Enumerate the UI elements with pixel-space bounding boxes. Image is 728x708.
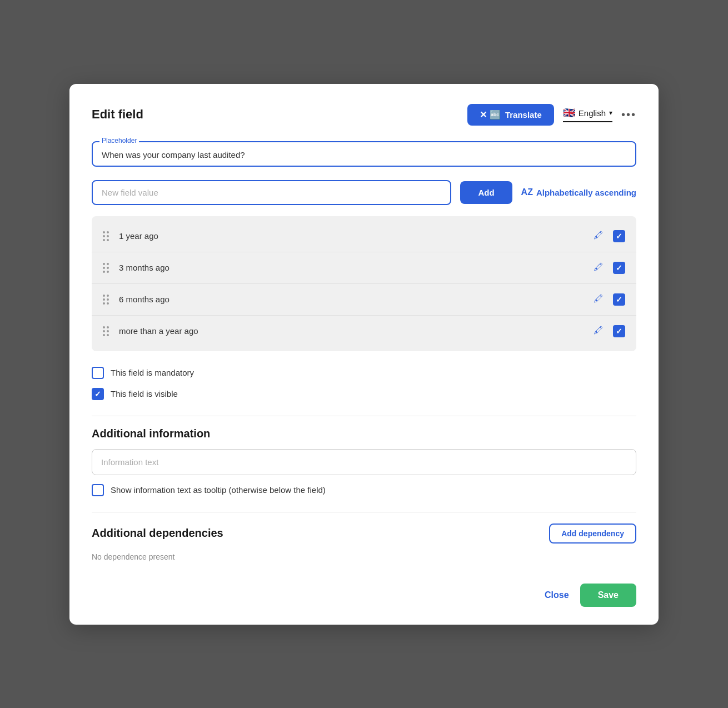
item-actions: ✓ <box>592 292 625 307</box>
drag-handle[interactable] <box>103 295 109 305</box>
checkboxes-section: This field is mandatory ✓ This field is … <box>92 367 636 400</box>
modal-header: Edit field ✕ 🔤 Translate 🇬🇧 English ▾ ••… <box>92 104 636 126</box>
item-checkbox[interactable]: ✓ <box>613 325 625 337</box>
modal-title: Edit field <box>92 107 143 122</box>
more-icon: ••• <box>621 108 636 121</box>
drag-handle[interactable] <box>103 263 109 273</box>
tooltip-checkbox-label: Show information text as tooltip (otherw… <box>111 485 326 495</box>
sort-button[interactable]: AZ Alphabetically ascending <box>521 187 636 197</box>
drag-handle[interactable] <box>103 231 109 241</box>
language-selector[interactable]: 🇬🇧 English ▾ <box>563 107 612 122</box>
pencil-icon <box>594 294 603 303</box>
pencil-icon <box>594 326 603 335</box>
placeholder-input[interactable] <box>102 150 626 159</box>
header-actions: ✕ 🔤 Translate 🇬🇧 English ▾ ••• <box>467 104 636 126</box>
section-divider <box>92 416 636 416</box>
flag-icon: 🇬🇧 <box>563 107 575 119</box>
more-options-button[interactable]: ••• <box>621 108 636 121</box>
list-item: 3 months ago ✓ <box>92 252 636 284</box>
placeholder-label: Placeholder <box>99 137 139 144</box>
add-dependency-button[interactable]: Add dependency <box>549 523 636 544</box>
item-checkbox[interactable]: ✓ <box>613 262 625 274</box>
additional-information-title: Additional information <box>92 427 636 440</box>
edit-item-button[interactable] <box>592 228 605 244</box>
item-label: 6 months ago <box>119 295 592 304</box>
tooltip-checkbox-row: Show information text as tooltip (otherw… <box>92 484 636 496</box>
list-item: more than a year ago ✓ <box>92 316 636 347</box>
item-label: more than a year ago <box>119 326 592 336</box>
save-button[interactable]: Save <box>580 584 636 607</box>
visible-checkbox-row: ✓ This field is visible <box>92 388 636 400</box>
new-field-input[interactable] <box>92 180 451 205</box>
section-divider-2 <box>92 512 636 512</box>
item-label: 1 year ago <box>119 231 592 241</box>
tooltip-checkbox[interactable] <box>92 484 104 496</box>
pencil-icon <box>594 231 603 240</box>
items-list: 1 year ago ✓ 3 months ago <box>92 216 636 351</box>
information-text-input[interactable] <box>92 449 636 475</box>
item-label: 3 months ago <box>119 263 592 272</box>
translate-button[interactable]: ✕ 🔤 Translate <box>467 104 554 126</box>
sort-az-icon: AZ <box>521 187 533 197</box>
item-actions: ✓ <box>592 323 625 339</box>
close-button[interactable]: Close <box>545 590 569 600</box>
edit-item-button[interactable] <box>592 260 605 276</box>
edit-item-button[interactable] <box>592 323 605 339</box>
mandatory-checkbox-row: This field is mandatory <box>92 367 636 379</box>
sort-label-text: Alphabetically ascending <box>536 188 636 197</box>
item-checkbox[interactable]: ✓ <box>613 230 625 242</box>
mandatory-checkbox-label: This field is mandatory <box>111 368 194 377</box>
checkmark-icon: ✓ <box>94 390 101 398</box>
checkmark-icon: ✓ <box>616 295 622 304</box>
add-button[interactable]: Add <box>460 181 512 204</box>
visible-checkbox-label: This field is visible <box>111 389 178 398</box>
edit-item-button[interactable] <box>592 292 605 307</box>
dependencies-title: Additional dependencies <box>92 527 223 540</box>
chevron-down-icon: ▾ <box>609 109 612 117</box>
edit-field-modal: Edit field ✕ 🔤 Translate 🇬🇧 English ▾ ••… <box>69 84 659 625</box>
list-item: 1 year ago ✓ <box>92 221 636 252</box>
checkmark-icon: ✓ <box>616 327 622 336</box>
checkmark-icon: ✓ <box>616 232 622 241</box>
language-label: English <box>579 108 606 118</box>
add-row: Add AZ Alphabetically ascending <box>92 180 636 205</box>
pencil-icon <box>594 262 603 271</box>
translate-icon: ✕ 🔤 <box>480 109 500 120</box>
placeholder-field-wrapper: Placeholder <box>92 141 636 167</box>
item-actions: ✓ <box>592 228 625 244</box>
visible-checkbox[interactable]: ✓ <box>92 388 104 400</box>
drag-handle[interactable] <box>103 326 109 336</box>
list-item: 6 months ago ✓ <box>92 284 636 316</box>
modal-footer: Close Save <box>92 579 636 607</box>
item-actions: ✓ <box>592 260 625 276</box>
no-dependence-text: No dependence present <box>92 552 636 561</box>
item-checkbox[interactable]: ✓ <box>613 293 625 306</box>
dependencies-header: Additional dependencies Add dependency <box>92 523 636 544</box>
checkmark-icon: ✓ <box>616 263 622 272</box>
mandatory-checkbox[interactable] <box>92 367 104 379</box>
